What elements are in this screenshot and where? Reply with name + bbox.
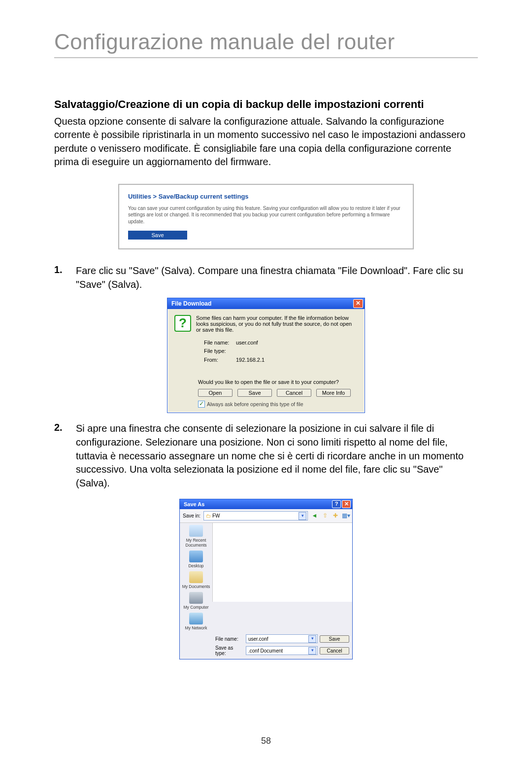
section-heading: Salvataggio/Creazione di un copia di bac… — [54, 98, 478, 112]
sidebar-item-desktop[interactable]: Desktop — [188, 551, 203, 568]
panel-description: You can save your current configuration … — [128, 205, 404, 225]
desktop-icon — [189, 551, 203, 562]
sidebar-item-recent[interactable]: My Recent Documents — [180, 525, 212, 548]
open-button[interactable]: Open — [198, 389, 233, 397]
sidebar-item-mydocuments[interactable]: My Documents — [182, 571, 210, 589]
from-label: From: — [204, 356, 236, 365]
save-in-dropdown[interactable]: 🗀 FW ▾ — [203, 511, 308, 520]
save-type-dropdown[interactable]: .conf Document ▾ — [246, 646, 318, 655]
file-download-dialog: File Download ✕ ? Some files can harm yo… — [167, 298, 365, 414]
sidebar-item-mynetwork[interactable]: My Network — [185, 613, 207, 630]
page-number: 58 — [0, 736, 532, 746]
save-in-value: FW — [212, 513, 220, 518]
page-title: Configurazione manuale del router — [54, 30, 478, 58]
chevron-down-icon: ▾ — [308, 635, 316, 643]
more-info-button[interactable]: More Info — [316, 389, 351, 397]
view-icon[interactable]: ▦▾ — [342, 512, 349, 519]
from-value: 192.168.2.1 — [236, 357, 265, 363]
list-item: 1. Fare clic su "Save" (Salva). Compare … — [54, 264, 478, 291]
section-body: Questa opzione consente di salvare la co… — [54, 115, 478, 169]
dialog-warning: Some files can harm your computer. If th… — [196, 315, 358, 333]
save-type-label: Save as type: — [215, 645, 244, 656]
dialog-titlebar: Save As ? ✕ — [180, 499, 352, 509]
save-as-dialog: Save As ? ✕ Save in: 🗀 FW ▾ ◄ ⇧ ✚ ▦▾ My … — [179, 499, 353, 659]
router-settings-panel: Utilities > Save/Backup current settings… — [118, 184, 414, 250]
list-number: 1. — [54, 264, 67, 291]
back-icon[interactable]: ◄ — [311, 512, 318, 519]
dialog-titlebar: File Download ✕ — [167, 298, 365, 309]
dialog-title: File Download — [171, 300, 211, 307]
close-icon[interactable]: ✕ — [353, 299, 363, 308]
close-icon[interactable]: ✕ — [342, 500, 351, 508]
help-icon[interactable]: ? — [332, 500, 341, 508]
list-item: 2. Si apre una finestra che consente di … — [54, 422, 478, 490]
save-button[interactable]: Save — [128, 231, 187, 240]
chevron-down-icon: ▾ — [299, 512, 306, 520]
chevron-down-icon: ▾ — [308, 647, 316, 655]
file-name-label: File name: — [204, 339, 236, 347]
save-button[interactable]: Save — [320, 635, 349, 643]
computer-icon — [189, 592, 203, 604]
breadcrumb: Utilities > Save/Backup current settings — [128, 193, 404, 200]
recent-icon — [189, 525, 203, 537]
documents-icon — [189, 571, 203, 583]
file-name-value: user.conf — [236, 340, 258, 345]
checkbox-label: Always ask before opening this type of f… — [207, 401, 303, 407]
save-in-label: Save in: — [183, 513, 200, 518]
always-ask-checkbox[interactable]: ✓ — [198, 401, 205, 408]
dialog-question: Would you like to open the file or save … — [198, 379, 358, 385]
up-icon[interactable]: ⇧ — [321, 512, 329, 519]
dialog-title: Save As — [184, 501, 204, 507]
file-type-label: File type: — [204, 347, 236, 356]
sidebar-item-mycomputer[interactable]: My Computer — [183, 592, 208, 610]
list-text: Fare clic su "Save" (Salva). Compare una… — [76, 264, 478, 291]
cancel-button[interactable]: Cancel — [277, 389, 311, 397]
network-icon — [189, 613, 203, 624]
save-button[interactable]: Save — [237, 389, 272, 397]
folder-icon: 🗀 — [206, 513, 211, 518]
question-icon: ? — [174, 315, 191, 332]
file-list[interactable] — [212, 523, 352, 602]
list-text: Si apre una finestra che consente di sel… — [76, 422, 478, 490]
cancel-button[interactable]: Cancel — [320, 647, 349, 655]
new-folder-icon[interactable]: ✚ — [332, 512, 339, 519]
file-name-label: File name: — [215, 636, 244, 642]
list-number: 2. — [54, 422, 67, 490]
file-name-input[interactable]: user.conf ▾ — [246, 634, 318, 643]
